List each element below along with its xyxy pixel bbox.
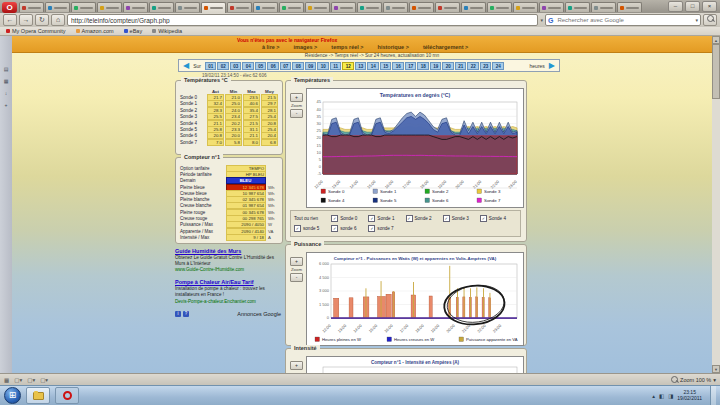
zoom-out-button[interactable]: - [290, 109, 303, 118]
sonde-checkbox[interactable]: ✓ Sonde 3 [443, 215, 480, 222]
scroll-up-icon[interactable]: ▲ [712, 36, 720, 44]
browser-tab[interactable] [461, 2, 486, 12]
hour-button[interactable]: 04 [242, 62, 254, 70]
panels-toggle-icon[interactable]: ▦ [4, 377, 9, 383]
widgets-panel-icon[interactable]: ▦ [4, 78, 9, 84]
hour-button[interactable]: 23 [480, 62, 492, 70]
browser-tab[interactable] [487, 2, 512, 12]
hour-button[interactable]: 20 [442, 62, 454, 70]
browser-tab[interactable] [357, 2, 382, 12]
close-button[interactable]: × [702, 1, 717, 12]
sonde-checkbox[interactable]: ✓ sonde 5 [294, 225, 331, 232]
browser-tab[interactable] [331, 2, 356, 12]
vertical-scrollbar[interactable]: ▲ ▼ [712, 36, 720, 373]
ad-title-link[interactable]: Guide Humidité des Murs [175, 248, 241, 254]
nav-link[interactable]: téléchargement > [423, 44, 468, 50]
zoom-in-button[interactable]: + [290, 257, 303, 266]
hour-button[interactable]: 02 [217, 62, 229, 70]
hour-button[interactable]: 05 [255, 62, 267, 70]
bookmark-item[interactable]: Amazon.com [76, 28, 114, 34]
browser-tab[interactable] [591, 2, 616, 12]
checkbox-icon[interactable]: ✓ [368, 225, 375, 232]
checkbox-icon[interactable]: ✓ [331, 225, 338, 232]
start-button[interactable]: ⊞ [4, 387, 21, 404]
sonde-checkbox[interactable]: ✓ sonde 7 [368, 225, 405, 232]
hour-button[interactable]: 10 [317, 62, 329, 70]
maximize-button[interactable]: □ [685, 1, 700, 12]
checkbox-icon[interactable]: ✓ [368, 215, 375, 222]
checkbox-icon[interactable]: ✓ [294, 225, 301, 232]
bookmark-item[interactable]: My Opera Community [6, 28, 66, 34]
hour-button[interactable]: 24 [492, 62, 504, 70]
url-field[interactable] [67, 14, 538, 26]
home-button[interactable]: ⌂ [51, 14, 65, 26]
url-dropdown-icon[interactable]: ▾ [540, 17, 543, 23]
downloads-panel-icon[interactable]: ↓ [5, 90, 8, 96]
minimize-button[interactable]: – [668, 1, 683, 12]
hour-button[interactable]: 17 [405, 62, 417, 70]
ads-by-google-label[interactable]: Annonces Google [191, 311, 281, 317]
browser-tab[interactable] [71, 2, 96, 12]
status-tool-icon[interactable]: ▢▾ [27, 377, 35, 383]
browser-tab[interactable] [435, 2, 460, 12]
browser-tab[interactable] [383, 2, 408, 12]
nav-link[interactable]: temps réel > [331, 44, 363, 50]
tray-network-icon[interactable]: ◧ [659, 393, 664, 399]
back-button[interactable]: ← [3, 14, 17, 26]
zoom-dropdown-icon[interactable]: ▾ [713, 377, 716, 383]
browser-tab[interactable] [45, 2, 70, 12]
bookmarks-panel-icon[interactable]: ▤ [4, 66, 9, 72]
nav-link[interactable]: à lire > [262, 44, 280, 50]
ad-title-link[interactable]: Pompe à Chaleur Air/Eau Tarif [175, 279, 254, 285]
hour-button[interactable]: 19 [430, 62, 442, 70]
browser-tab[interactable] [19, 2, 44, 12]
browser-tab[interactable] [123, 2, 148, 12]
ad-url[interactable]: www.Guide-Contre-lHumidite.com [175, 267, 281, 272]
browser-tab[interactable] [149, 2, 174, 12]
hour-button[interactable]: 18 [417, 62, 429, 70]
hour-button[interactable]: 16 [392, 62, 404, 70]
nav-link[interactable]: historique > [378, 44, 409, 50]
browser-tab[interactable] [539, 2, 564, 12]
browser-tab[interactable] [227, 2, 252, 12]
hour-button[interactable]: 21 [455, 62, 467, 70]
tray-volume-icon[interactable]: ◨ [668, 393, 673, 399]
browser-tab[interactable] [305, 2, 330, 12]
search-input[interactable] [555, 16, 693, 24]
ad-url[interactable]: Devis-Pompe-a-chaleur.Enchantier.com [175, 299, 281, 304]
sonde-checkbox[interactable]: ✓ Sonde 2 [406, 215, 443, 222]
forward-button[interactable]: → [19, 14, 33, 26]
zoom-in-button[interactable]: + [290, 93, 303, 102]
scroll-down-icon[interactable]: ▼ [712, 365, 720, 373]
hour-button[interactable]: 08 [292, 62, 304, 70]
ad-info-icon[interactable]: ? [183, 311, 189, 317]
checkbox-icon[interactable]: ✓ [406, 215, 413, 222]
hour-button[interactable]: 01 [205, 62, 217, 70]
hour-button[interactable]: 12 [342, 62, 354, 70]
tray-show-hidden-icon[interactable]: ▴ [652, 393, 655, 399]
hour-button[interactable]: 09 [305, 62, 317, 70]
sonde-checkbox[interactable]: Tout ou rien [294, 215, 331, 222]
previous-period-arrow-icon[interactable]: ◀ [183, 61, 189, 71]
sonde-checkbox[interactable]: ✓ sonde 6 [331, 225, 368, 232]
hour-button[interactable]: 14 [367, 62, 379, 70]
opera-menu-button[interactable]: O [2, 2, 17, 13]
explorer-taskbar-button[interactable] [26, 387, 50, 404]
browser-tab[interactable] [175, 2, 200, 12]
show-desktop-button[interactable] [710, 386, 716, 405]
opera-taskbar-button[interactable] [55, 387, 79, 404]
hour-button[interactable]: 03 [230, 62, 242, 70]
sonde-checkbox[interactable]: ✓ Sonde 0 [331, 215, 368, 222]
checkbox-icon[interactable]: ✓ [443, 215, 450, 222]
reload-button[interactable]: ↻ [35, 14, 49, 26]
zoom-in-button[interactable]: + [290, 361, 303, 370]
search-box[interactable]: G ▾ [545, 14, 701, 26]
sonde-checkbox[interactable]: ✓ Sonde 4 [480, 215, 517, 222]
search-dropdown-icon[interactable]: ▾ [695, 17, 698, 23]
taskbar-clock[interactable]: 23:15 19/02/2011 [677, 390, 702, 402]
sonde-checkbox[interactable]: ✓ Sonde 1 [368, 215, 405, 222]
hour-button[interactable]: 06 [267, 62, 279, 70]
bookmark-item[interactable]: Wikipedia [152, 28, 182, 34]
search-go-button[interactable] [703, 14, 717, 26]
add-panel-icon[interactable]: + [5, 102, 8, 108]
